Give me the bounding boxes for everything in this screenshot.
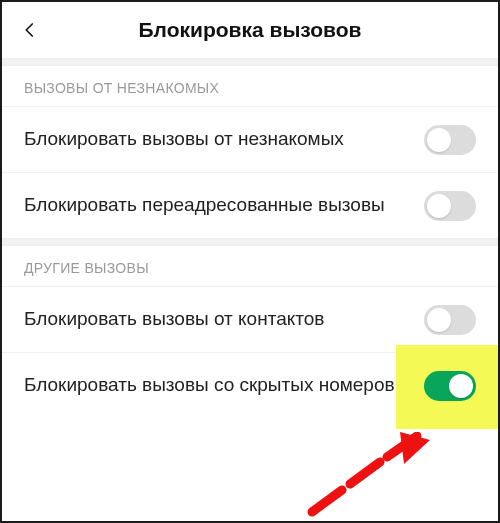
row-block-forwarded[interactable]: Блокировать переадресованные вызовы [2,172,498,238]
row-label: Блокировать вызовы от незнакомых [24,127,424,152]
toggle-knob [449,374,473,398]
toggle-knob [427,308,451,332]
chevron-left-icon [21,21,39,39]
page-title: Блокировка вызовов [2,18,498,42]
row-block-contacts[interactable]: Блокировать вызовы от контактов [2,286,498,352]
svg-line-0 [312,490,342,512]
toggle-knob [427,128,451,152]
section-header-other: ДРУГИЕ ВЫЗОВЫ [2,246,498,286]
row-label: Блокировать переадресованные вызовы [24,193,424,218]
section-gap [2,238,498,246]
toggle-block-contacts[interactable] [424,305,476,335]
row-label: Блокировать вызовы от контактов [24,307,424,332]
row-block-hidden[interactable]: Блокировать вызовы со скрытых номеров [2,352,498,418]
svg-line-1 [350,462,380,484]
back-button[interactable] [2,2,58,58]
annotation-arrow-icon [292,432,462,522]
header: Блокировка вызовов [2,2,498,58]
row-label: Блокировать вызовы со скрытых номеров [24,373,424,398]
toggle-block-hidden[interactable] [424,371,476,401]
row-block-unknown[interactable]: Блокировать вызовы от незнакомых [2,106,498,172]
section-header-unknown: ВЫЗОВЫ ОТ НЕЗНАКОМЫХ [2,66,498,106]
toggle-block-unknown[interactable] [424,125,476,155]
toggle-knob [427,194,451,218]
section-gap [2,58,498,66]
toggle-block-forwarded[interactable] [424,191,476,221]
